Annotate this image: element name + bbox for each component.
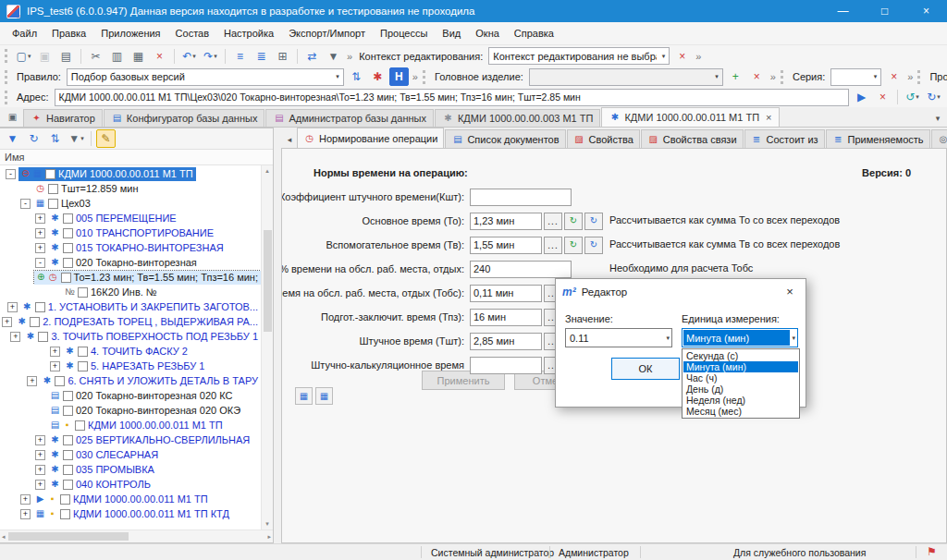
tree-item[interactable]: +✱010 ТРАНСПОРТИРОВАНИЕ xyxy=(0,225,261,240)
item-checkbox[interactable] xyxy=(63,480,73,490)
tree-item[interactable]: +▦▪КДМИ 1000.00.00.011 М1 ТП КТД xyxy=(0,506,261,521)
recalc-all-button[interactable]: ↻ xyxy=(584,213,603,230)
tobs-input[interactable]: 0,11 мин xyxy=(470,285,542,302)
scrollbar-thumb[interactable] xyxy=(264,230,272,332)
item-checkbox[interactable] xyxy=(63,258,73,268)
grid-view-button[interactable]: ▦ xyxy=(295,387,313,405)
tshk-input[interactable] xyxy=(470,357,542,374)
overflow-chevron-icon[interactable]: » xyxy=(347,51,352,62)
tree-item[interactable]: №16К20 Инв. № xyxy=(0,285,261,299)
item-checkbox[interactable] xyxy=(78,361,88,371)
chevron-down-icon[interactable]: ▾ xyxy=(214,53,217,60)
tv-ellipsis-button[interactable]: ... xyxy=(544,237,562,254)
expander-icon[interactable]: + xyxy=(35,450,45,460)
recalc-button[interactable]: ↻ xyxy=(564,213,583,230)
expander-icon[interactable]: + xyxy=(35,213,45,224)
expander-icon[interactable]: - xyxy=(6,169,16,179)
overflow-chevron-icon[interactable]: » xyxy=(695,51,701,62)
minimize-button[interactable]: — xyxy=(822,0,864,22)
menu-item[interactable]: Правка xyxy=(44,25,93,42)
tree-item[interactable]: +✱015 ТОКАРНО-ВИНТОРЕЗНАЯ xyxy=(0,240,261,255)
chevron-down-icon[interactable]: ▾ xyxy=(664,335,671,342)
expander-icon[interactable]: + xyxy=(35,228,45,238)
unit-option[interactable]: Неделя (нед) xyxy=(683,395,798,406)
delete-button[interactable]: × xyxy=(150,47,169,66)
unit-combobox[interactable]: Минута (мин) ▾ xyxy=(682,328,798,347)
toolbar-grip[interactable] xyxy=(5,70,8,84)
head-product-select[interactable]: ▾ xyxy=(529,68,723,86)
item-checkbox[interactable] xyxy=(61,273,71,283)
close-icon[interactable]: × xyxy=(766,112,771,123)
menu-item[interactable]: Настройка xyxy=(216,25,281,42)
item-checkbox[interactable] xyxy=(63,450,73,460)
chevron-down-icon[interactable]: ▾ xyxy=(916,93,919,101)
refresh-tree-button[interactable]: ↻ xyxy=(24,129,43,148)
ok-button[interactable]: ОК xyxy=(611,358,680,380)
tab-norming[interactable]: ◷Нормирование операции xyxy=(297,128,444,148)
item-checkbox[interactable] xyxy=(63,406,73,416)
norm-mode-button[interactable]: Н xyxy=(389,67,409,86)
expander-icon[interactable]: + xyxy=(7,302,18,312)
chevron-down-icon[interactable]: ▾ xyxy=(334,73,341,80)
expander-icon[interactable]: + xyxy=(20,494,31,505)
tree-vertical-scrollbar[interactable]: ▴ ▾ xyxy=(261,165,273,530)
expander-icon[interactable]: + xyxy=(35,435,45,445)
redo-button[interactable]: ↷▾ xyxy=(201,47,220,66)
scrollbar-thumb[interactable] xyxy=(8,532,129,541)
scroll-down-icon[interactable]: ▾ xyxy=(262,518,273,530)
unit-option[interactable]: Месяц (мес) xyxy=(683,406,798,417)
paste-button[interactable]: ▦ xyxy=(129,47,148,66)
menu-item[interactable]: Приложения xyxy=(93,25,167,42)
tree-item[interactable]: +✱2. ПОДРЕЗАТЬ ТОРЕЦ , ВЫДЕРЖИВАЯ РА... xyxy=(0,314,261,329)
tab-kdmi-003[interactable]: ✱КДМИ 1000.00.00.003 М1 ТП xyxy=(435,109,600,127)
toolbar-grip[interactable] xyxy=(5,91,8,104)
undo-button[interactable]: ↶▾ xyxy=(179,47,199,66)
toolbar-grip[interactable] xyxy=(5,49,8,63)
edit-context-select[interactable]: Контекст редактирования не выбран▾ xyxy=(488,47,670,65)
edit-mode-button[interactable]: ✎ xyxy=(96,129,116,148)
menu-item[interactable]: Окна xyxy=(468,25,507,42)
item-checkbox[interactable] xyxy=(63,243,73,253)
close-icon[interactable]: × xyxy=(774,279,806,304)
expander-icon[interactable]: + xyxy=(50,347,60,357)
tree-item[interactable]: ◷Тшт=12.859 мин xyxy=(0,181,261,196)
item-checkbox[interactable] xyxy=(38,332,48,342)
expander-icon[interactable]: - xyxy=(20,199,31,209)
chevron-down-icon[interactable]: ▾ xyxy=(872,73,879,80)
list-view-button[interactable]: ≡ xyxy=(230,47,250,66)
tree-horizontal-scrollbar[interactable]: ◂ ▸ xyxy=(0,530,273,542)
tree-view-button[interactable]: ≣ xyxy=(252,47,271,66)
menu-item[interactable]: Экспорт/Импорт xyxy=(281,25,373,42)
address-go-button[interactable]: ▶ xyxy=(852,88,871,106)
series-select[interactable]: ▾ xyxy=(830,68,881,86)
close-button[interactable]: × xyxy=(905,0,947,22)
tab-search-structure[interactable]: ◎Поиск состава xyxy=(931,129,947,148)
chevron-down-icon[interactable]: ▾ xyxy=(192,53,196,60)
save-button[interactable]: ▣ xyxy=(35,47,55,66)
maximize-button[interactable]: □ xyxy=(864,0,905,22)
tree-item[interactable]: +✱5. НАРЕЗАТЬ РЕЗЬБУ 1 xyxy=(0,359,261,373)
print-button[interactable]: ▤ xyxy=(56,47,76,66)
tree-item[interactable]: +✱035 ПРОМЫВКА xyxy=(0,462,261,477)
chevron-down-icon[interactable]: ▾ xyxy=(80,135,84,142)
tab-navigator[interactable]: ✦Навигатор xyxy=(23,109,103,127)
toolbar-grip[interactable] xyxy=(781,70,784,84)
tab-documents[interactable]: ▤Список документов xyxy=(445,129,565,148)
chevron-down-icon[interactable]: ▾ xyxy=(790,335,797,342)
navigate-back-button[interactable]: ↺▾ xyxy=(903,88,922,106)
tab-db-configurator[interactable]: ▤Конфигуратор базы данных xyxy=(104,109,265,127)
expander-icon[interactable]: + xyxy=(27,376,37,386)
scroll-left-icon[interactable]: ◂ xyxy=(2,533,6,541)
tab-kdmi-011[interactable]: ✱КДМИ 1000.00.00.011 М1 ТП× xyxy=(601,107,779,127)
tree-item[interactable]: ▤020 Токарно-винторезная 020 КС xyxy=(0,388,261,403)
item-checkbox[interactable] xyxy=(78,347,88,357)
tab-list-menu-button[interactable]: ▾ xyxy=(930,110,945,127)
tab-db-admin[interactable]: ▤Администратор базы данных xyxy=(265,109,434,127)
expander-icon[interactable]: + xyxy=(2,317,12,327)
clear-head-product-button[interactable]: × xyxy=(747,67,767,86)
toolbar-grip[interactable] xyxy=(917,70,921,84)
tree-item[interactable]: +✱025 ВЕРТИКАЛЬНО-СВЕРЛИЛЬНАЯ xyxy=(0,432,261,447)
menu-item[interactable]: Файл xyxy=(5,25,44,42)
tree-item[interactable]: -⊖▦КДМИ 1000.00.00.011 М1 ТП xyxy=(0,166,261,181)
expander-icon[interactable]: + xyxy=(35,465,45,475)
